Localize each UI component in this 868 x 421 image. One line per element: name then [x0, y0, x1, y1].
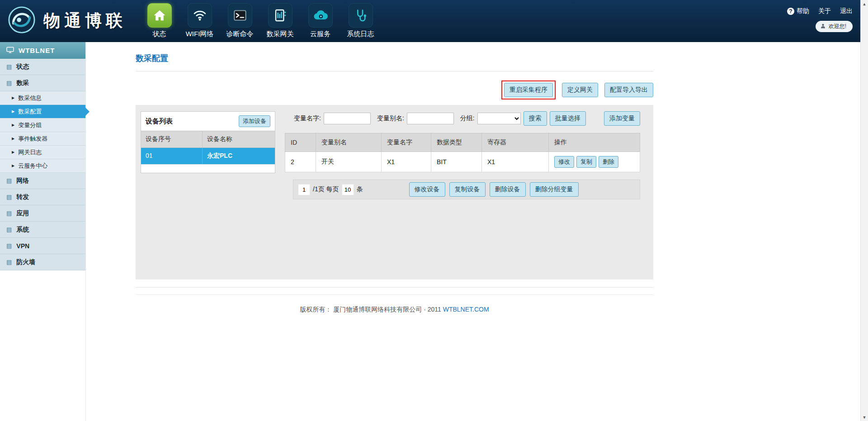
cell-operations: 修改 复制 删除 [549, 152, 640, 172]
monitor-icon [6, 47, 14, 55]
list-icon: ▤ [6, 210, 12, 216]
caret-right-icon: ▶ [12, 96, 14, 100]
sidebar-item-application[interactable]: ▤ 应用 [0, 205, 85, 222]
edit-variable-button[interactable]: 修改 [554, 156, 574, 168]
sidebar-item-acq-info[interactable]: ▶ 数采信息 [0, 91, 85, 105]
nav-item-status[interactable]: 状态 [139, 0, 179, 42]
var-alias-input[interactable] [407, 113, 454, 124]
batch-select-button[interactable]: 批量选择 [550, 111, 586, 126]
list-icon: ▤ [6, 259, 12, 265]
sidebar-item-variable-group[interactable]: ▶ 变量分组 [0, 118, 85, 132]
gateway-icon [268, 3, 292, 28]
nav-item-wifi[interactable]: WIFI网络 [179, 0, 220, 42]
welcome-badge[interactable]: 欢迎您! [816, 21, 853, 32]
nav-item-gateway[interactable]: 数采网关 [260, 0, 300, 42]
sidebar-item-system[interactable]: ▤ 系统 [0, 222, 85, 238]
sidebar-item-acq-config[interactable]: ▶ 数采配置 [0, 105, 85, 118]
col-alias: 变量别名 [316, 133, 382, 152]
help-link[interactable]: ? 帮助 [787, 7, 809, 15]
device-name-cell[interactable]: 永宏PLC [202, 148, 275, 164]
user-icon [820, 23, 826, 30]
page-title: 数采配置 [136, 42, 653, 64]
nav-item-cloud[interactable]: 云服务 [300, 0, 340, 42]
sidebar-item-cloud-center[interactable]: ▶ 云服务中心 [0, 159, 85, 173]
edit-device-button[interactable]: 修改设备 [409, 182, 445, 197]
scroll-up-arrow-icon[interactable]: ▲ [861, 0, 868, 8]
var-name-label: 变量名字: [294, 114, 321, 123]
nav-item-diagnostic[interactable]: 诊断命令 [220, 0, 260, 42]
wtblnet-link[interactable]: WTBLNET.COM [443, 306, 489, 313]
add-variable-button[interactable]: 添加变量 [604, 111, 640, 126]
page-number-input[interactable] [298, 184, 310, 195]
device-name-header: 设备名称 [202, 131, 275, 148]
terminal-icon [228, 3, 252, 28]
col-operations: 操作 [549, 133, 640, 152]
list-icon: ▤ [6, 80, 12, 86]
cell-alias: 开关 [316, 152, 382, 172]
footer: 版权所有： 厦门物通博联网络科技有限公司 · 2011 WTBLNET.COM [136, 294, 653, 314]
variable-area: 变量名字: 变量别名: 分组: 搜索 批量选择 添加变量 ID [285, 111, 640, 199]
copy-variable-button[interactable]: 复制 [576, 156, 596, 168]
sidebar-item-gateway-log[interactable]: ▶ 网关日志 [0, 146, 85, 159]
sidebar-item-firewall[interactable]: ▤ 防火墙 [0, 254, 85, 270]
copy-device-button[interactable]: 复制设备 [449, 182, 486, 197]
list-icon: ▤ [6, 227, 12, 232]
page-size-input[interactable] [342, 184, 354, 195]
cell-register: X1 [482, 152, 549, 172]
title-divider [136, 71, 653, 71]
col-id: ID [285, 133, 316, 152]
sidebar-item-forwarding[interactable]: ▤ 转发 [0, 189, 85, 205]
main-content: 数采配置 重启采集程序 定义网关 配置导入导出 设备列表 添加设备 设备序号 设… [136, 42, 653, 314]
sidebar-item-network[interactable]: ▤ 网络 [0, 173, 85, 189]
search-button[interactable]: 搜索 [524, 111, 547, 126]
main-nav: 状态 WIFI网络 诊断命令 [139, 0, 381, 42]
device-list-empty-space [141, 164, 275, 173]
device-id-header: 设备序号 [141, 131, 202, 148]
device-row[interactable]: 01 永宏PLC [141, 148, 275, 164]
pagination-bar: /1页 每页 条 修改设备 复制设备 删除设备 删除分组变量 [293, 180, 640, 199]
delete-group-vars-button[interactable]: 删除分组变量 [530, 182, 579, 197]
nav-item-syslog[interactable]: 系统日志 [340, 0, 381, 42]
list-icon: ▤ [6, 178, 12, 184]
about-link[interactable]: 关于 [818, 7, 831, 15]
sidebar-item-data-acquisition[interactable]: ▤ 数采 [0, 75, 85, 91]
group-select[interactable] [477, 113, 521, 124]
col-register: 寄存器 [482, 133, 549, 152]
sidebar-item-status[interactable]: ▤ 状态 [0, 59, 85, 75]
page-scrollbar[interactable]: ▲ ▼ [860, 0, 868, 421]
add-device-button[interactable]: 添加设备 [239, 115, 270, 127]
scroll-down-arrow-icon[interactable]: ▼ [861, 413, 868, 421]
sidebar-item-event-trigger[interactable]: ▶ 事件触发器 [0, 132, 85, 146]
config-panel: 设备列表 添加设备 设备序号 设备名称 01 永宏PLC 变量名字: 变量别名:… [136, 105, 653, 279]
define-gateway-button[interactable]: 定义网关 [562, 83, 598, 97]
caret-right-icon: ▶ [12, 110, 14, 114]
device-id-cell[interactable]: 01 [141, 148, 202, 164]
home-icon [147, 3, 172, 28]
device-action-buttons: 修改设备 复制设备 删除设备 删除分组变量 [409, 182, 579, 197]
list-icon: ▤ [6, 243, 12, 249]
sidebar-item-vpn[interactable]: ▤ VPN [0, 238, 85, 254]
col-datatype: 数据类型 [431, 133, 482, 152]
wifi-icon [188, 3, 212, 28]
variable-row: 2 开关 X1 BIT X1 修改 复制 删除 [285, 152, 640, 172]
group-label: 分组: [460, 114, 475, 123]
caret-right-icon: ▶ [12, 164, 14, 168]
config-import-export-button[interactable]: 配置导入导出 [604, 83, 653, 97]
delete-device-button[interactable]: 删除设备 [490, 182, 526, 197]
logout-link[interactable]: 退出 [840, 7, 853, 15]
page-size-suffix-label: 条 [357, 185, 363, 194]
device-table-header: 设备序号 设备名称 [141, 131, 275, 148]
delete-variable-button[interactable]: 删除 [599, 156, 618, 168]
var-name-input[interactable] [324, 113, 371, 124]
restart-collector-button[interactable]: 重启采集程序 [504, 83, 553, 97]
copyright-text: 版权所有： 厦门物通博联网络科技有限公司 · 2011 [300, 306, 441, 313]
sidebar-header: WTBLNET [0, 42, 85, 59]
cell-name: X1 [382, 152, 431, 172]
brand-logo-icon [7, 5, 36, 36]
caret-right-icon: ▶ [12, 123, 14, 127]
cloud-icon [308, 3, 333, 28]
page-suffix-label: /1页 每页 [313, 185, 339, 194]
caret-right-icon: ▶ [12, 137, 14, 141]
device-list-panel: 设备列表 添加设备 设备序号 设备名称 01 永宏PLC [141, 111, 275, 173]
list-icon: ▤ [6, 194, 12, 200]
